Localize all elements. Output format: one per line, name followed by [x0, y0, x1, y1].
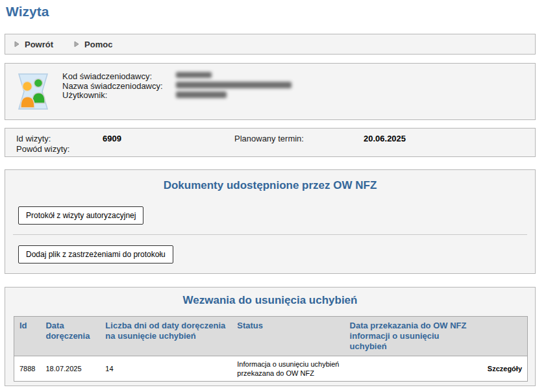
table-row: 7888 18.07.2025 14 Informacja o usunięci… — [14, 356, 528, 382]
documents-section-title: Dokumenty udostępnione przez OW NFZ — [5, 179, 535, 192]
help-button-label: Pomoc — [84, 40, 112, 49]
table-header-row: Id Data doręczenia Liczba dni od daty do… — [14, 317, 528, 356]
back-button-label: Powrót — [25, 40, 53, 49]
cell-days: 14 — [100, 356, 232, 382]
col-header-transfer-date: Data przekazania do OW NFZ informacji o … — [345, 317, 473, 356]
toolbar: Powrót Pomoc — [5, 34, 536, 55]
visit-info-panel: Id wizyty: 6909 Planowany termin: 20.06.… — [5, 128, 536, 157]
col-header-days: Liczba dni od daty doręczenia na usunięc… — [100, 317, 232, 356]
col-header-delivery-date: Data doręczenia — [40, 317, 100, 356]
col-header-actions — [473, 317, 528, 356]
help-button[interactable]: Pomoc — [74, 40, 112, 49]
protocol-button[interactable]: Protokół z wizyty autoryzacyjnej — [18, 206, 143, 225]
visit-id-value: 6909 — [103, 134, 121, 143]
col-header-status: Status — [232, 317, 344, 356]
details-link[interactable]: Szczegóły — [473, 356, 528, 382]
divider — [13, 234, 527, 235]
provider-info-panel: Kod świadczeniodawcy: Nazwa świadczeniod… — [5, 63, 536, 120]
page-title: Wizyta — [6, 4, 49, 19]
provider-code-label: Kod świadczeniodawcy: — [62, 72, 163, 82]
redacted-provider-name — [176, 82, 292, 88]
arrow-right-icon — [14, 41, 19, 47]
cell-id: 7888 — [14, 356, 41, 382]
provider-values-redacted — [176, 72, 292, 98]
documents-panel: Dokumenty udostępnione przez OW NFZ Prot… — [5, 169, 536, 274]
redacted-user — [176, 92, 227, 98]
two-users-icon — [17, 73, 49, 110]
visit-id-label: Id wizyty: — [16, 134, 51, 143]
cell-status: Informacja o usunięciu uchybień przekaza… — [232, 356, 344, 382]
arrow-right-icon — [74, 41, 79, 47]
planned-date-value: 20.06.2025 — [364, 134, 406, 143]
col-header-id: Id — [14, 317, 41, 356]
visit-reason-label: Powód wizyty: — [16, 144, 69, 154]
cell-transfer-date — [345, 356, 473, 382]
provider-name-label: Nazwa świadczeniodawcy: — [62, 82, 163, 92]
calls-panel: Wezwania do usunięcia uchybień Id Data d… — [5, 287, 536, 386]
cell-delivery-date: 18.07.2025 — [40, 356, 100, 382]
back-button[interactable]: Powrót — [14, 40, 53, 49]
redacted-provider-code — [176, 72, 212, 78]
add-file-button[interactable]: Dodaj plik z zastrzeżeniami do protokołu — [18, 245, 173, 263]
user-label: Użytkownik: — [62, 91, 163, 101]
planned-date-label: Planowany termin: — [234, 134, 304, 143]
calls-table: Id Data doręczenia Liczba dni od daty do… — [14, 316, 528, 382]
provider-labels: Kod świadczeniodawcy: Nazwa świadczeniod… — [62, 72, 163, 101]
calls-section-title: Wezwania do usunięcia uchybień — [5, 294, 535, 307]
